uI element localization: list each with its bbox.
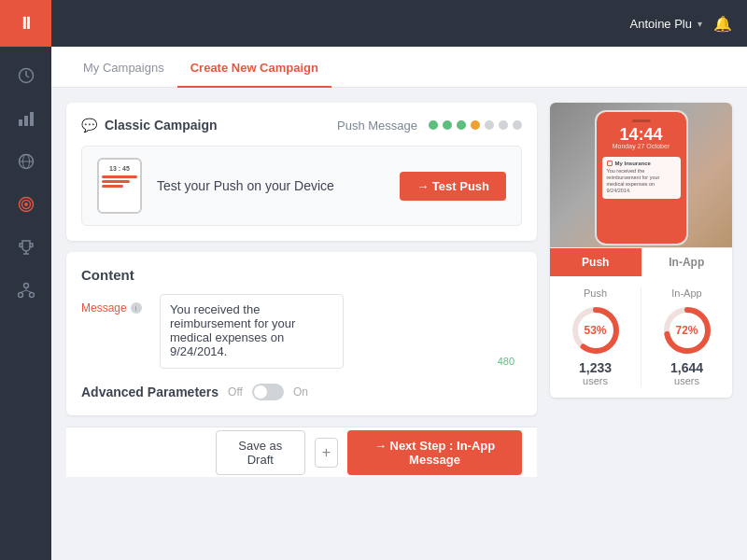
phone-preview-date: Monday 27 October	[613, 143, 669, 149]
message-textarea-wrapper: 480	[160, 294, 522, 372]
sidebar-item-clock[interactable]	[0, 56, 51, 95]
phone-image-area: 14:44 Monday 27 October My Insurance You…	[550, 103, 732, 247]
advanced-params-row: Advanced Parameters Off On	[81, 384, 522, 400]
left-panel: 💬 Classic Campaign Push Message	[66, 103, 537, 560]
char-count: 480	[498, 356, 514, 367]
content-area: 💬 Classic Campaign Push Message	[51, 88, 747, 560]
inapp-unit: users	[674, 375, 699, 386]
step-dot-1	[429, 120, 438, 130]
sidebar-item-campaigns[interactable]	[0, 185, 51, 224]
campaign-card: 💬 Classic Campaign Push Message	[66, 103, 537, 241]
sidebar-item-integrations[interactable]	[0, 271, 51, 310]
add-button[interactable]: +	[315, 438, 338, 468]
test-push-description: Test your Push on your Device	[157, 178, 385, 193]
integrations-icon	[18, 282, 35, 299]
sidebar-item-globe[interactable]	[0, 142, 51, 181]
advanced-params-label: Advanced Parameters	[81, 385, 218, 399]
test-push-button[interactable]: → Test Push	[400, 172, 506, 201]
push-stat-label: Push	[584, 287, 607, 299]
notification-bell[interactable]: 🔔	[713, 15, 732, 33]
campaign-card-icon: 💬	[81, 118, 97, 133]
svg-rect-4	[24, 116, 28, 126]
message-textarea[interactable]	[160, 294, 344, 369]
sidebar-item-trophy[interactable]	[0, 228, 51, 267]
phone-preview-time: 14:44	[619, 126, 662, 143]
topbar: Antoine Plu ▾ 🔔	[51, 0, 747, 47]
target-icon	[18, 196, 35, 213]
trophy-icon	[18, 239, 35, 256]
svg-rect-5	[30, 112, 34, 126]
chart-icon	[18, 110, 35, 127]
inapp-stat-label: In-App	[671, 287, 701, 299]
phone-mini-line-3	[102, 185, 123, 188]
step-dot-2	[443, 120, 452, 130]
campaign-title: Classic Campaign	[105, 118, 218, 133]
sidebar: ⏸	[0, 0, 51, 560]
phone-mini-time: 13 : 45	[109, 165, 130, 172]
stats-section: Push 53% 1,233 users In-App	[550, 276, 732, 398]
preview-inapp-tab[interactable]: In-App	[641, 248, 733, 276]
phone-preview-card: 14:44 Monday 27 October My Insurance You…	[550, 103, 732, 398]
svg-point-16	[29, 293, 34, 298]
inapp-stat-col: In-App 72% 1,644 users	[651, 287, 723, 386]
preview-tab-switcher: Push In-App	[550, 247, 732, 276]
toggle-off-label: Off	[228, 385, 243, 399]
message-label: Message i	[81, 294, 147, 315]
bottom-action-bar: Save as Draft + → Next Step : In-App Mes…	[66, 427, 537, 477]
logo-icon: ⏸	[18, 14, 35, 34]
globe-icon	[18, 153, 35, 170]
step-dot-4	[471, 120, 480, 130]
phone-mini-line-1	[102, 175, 137, 178]
push-donut: 53%	[570, 304, 622, 357]
svg-line-18	[21, 290, 26, 293]
dropdown-arrow: ▾	[698, 19, 702, 29]
push-message-label: Push Message	[337, 119, 417, 133]
step-dots	[429, 120, 522, 130]
card-title-group: 💬 Classic Campaign	[81, 118, 218, 133]
push-percent: 53%	[584, 324, 606, 337]
message-info-icon: i	[131, 302, 142, 314]
message-field-row: Message i 480	[81, 294, 522, 372]
right-panel: 14:44 Monday 27 October My Insurance You…	[550, 103, 732, 560]
main-content: Antoine Plu ▾ 🔔 My Campaigns Create New …	[51, 0, 747, 560]
save-draft-button[interactable]: Save as Draft	[216, 430, 305, 475]
sidebar-item-analytics[interactable]	[0, 99, 51, 138]
app-logo[interactable]: ⏸	[0, 0, 51, 47]
phone-notification: My Insurance You received the reimbursem…	[602, 157, 681, 199]
inapp-donut: 72%	[661, 304, 713, 357]
stats-divider	[641, 287, 641, 386]
svg-point-14	[23, 284, 28, 288]
svg-point-15	[18, 293, 22, 298]
notif-check-icon	[607, 161, 613, 166]
content-section-title: Content	[81, 267, 522, 283]
next-step-button[interactable]: → Next Step : In-App Message	[347, 430, 522, 475]
phone-notif-title: My Insurance	[607, 161, 676, 166]
step-dot-3	[457, 120, 466, 130]
preview-push-tab[interactable]: Push	[550, 248, 641, 276]
phone-mini-lines	[102, 175, 137, 189]
user-menu[interactable]: Antoine Plu ▾	[630, 17, 703, 31]
sidebar-nav	[0, 47, 51, 310]
phone-screen: 14:44 Monday 27 October My Insurance You…	[597, 112, 686, 244]
tab-my-campaigns[interactable]: My Campaigns	[70, 49, 177, 88]
svg-rect-3	[19, 119, 22, 126]
content-card: Content Message i 480 Advanced Parameter…	[66, 252, 537, 415]
phone-mini-preview: 13 : 45	[97, 158, 142, 214]
test-push-box: 13 : 45 Test your Push on your Device → …	[81, 146, 522, 226]
card-header: 💬 Classic Campaign Push Message	[81, 118, 522, 133]
svg-line-19	[26, 290, 32, 293]
clock-icon	[18, 67, 35, 84]
advanced-toggle[interactable]	[252, 384, 284, 400]
tab-create-new[interactable]: Create New Campaign	[177, 49, 331, 88]
phone-frame: 14:44 Monday 27 October My Insurance You…	[595, 110, 688, 245]
svg-line-2	[26, 76, 29, 77]
tabs-bar: My Campaigns Create New Campaign	[51, 47, 747, 88]
push-count: 1,233	[579, 360, 612, 375]
user-name: Antoine Plu	[630, 17, 693, 31]
phone-mini-line-2	[102, 180, 130, 183]
phone-notch	[632, 119, 651, 122]
inapp-percent: 72%	[675, 324, 698, 337]
inapp-count: 1,644	[670, 360, 703, 375]
push-stat-col: Push 53% 1,233 users	[559, 287, 631, 386]
push-unit: users	[583, 375, 608, 386]
